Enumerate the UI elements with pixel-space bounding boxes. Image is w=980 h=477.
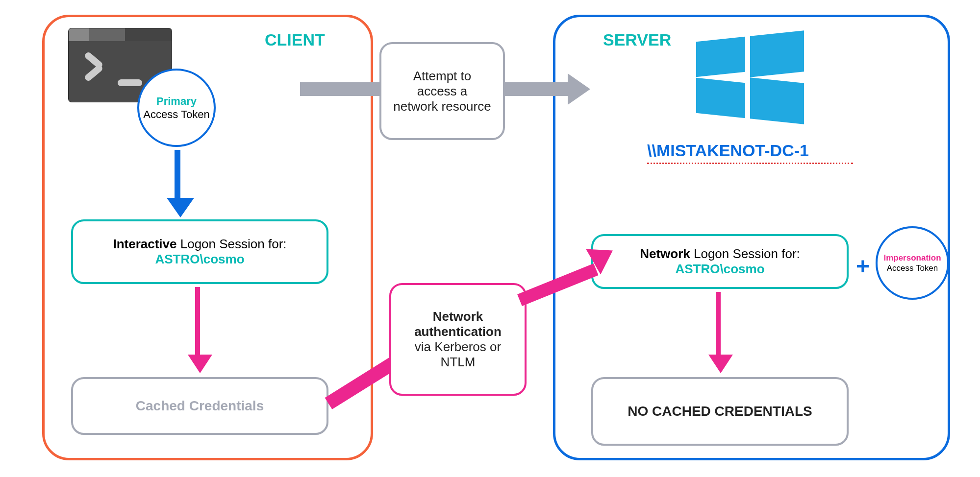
impersonation-word: Impersonation	[883, 253, 941, 263]
server-title: SERVER	[603, 30, 671, 49]
arrow-attempt-right	[505, 82, 569, 96]
server-session-user: ASTRO\cosmo	[675, 262, 764, 277]
server-hostname: \\MISTAKENOT-DC-1	[647, 141, 809, 160]
impersonation-access-token: Impersonation Access Token	[876, 226, 949, 300]
arrow-server-session-to-nocache	[716, 292, 721, 356]
windows-logo-icon	[696, 30, 804, 119]
arrow-session-to-cached	[195, 287, 200, 356]
client-title: CLIENT	[265, 30, 325, 49]
cached-credentials-label: Cached Credentials	[136, 398, 264, 414]
interactive-word: Interactive	[113, 237, 176, 251]
server-logon-session-box: Network Logon Session for: ASTRO\cosmo	[591, 234, 849, 289]
network-auth-box: Network authentication via Kerberos or N…	[389, 283, 527, 396]
server-session-text: Logon Session for:	[690, 246, 800, 261]
client-session-user: ASTRO\cosmo	[155, 252, 244, 266]
arrow-primary-to-session	[175, 150, 180, 199]
arrowhead-primary-to-session	[167, 198, 194, 217]
attempt-text: Attempt to access a network resource	[393, 69, 491, 114]
no-cached-label: NO CACHED CREDENTIALS	[628, 404, 812, 419]
primary-word: Primary	[156, 95, 197, 108]
diagram-canvas: CLIENT Primary Access Token Interactive …	[0, 0, 980, 477]
arrowhead-attempt	[568, 73, 590, 105]
server-hostname-underline	[647, 163, 853, 164]
impersonation-rest: Access Token	[887, 263, 938, 273]
cached-credentials-box: Cached Credentials	[71, 377, 328, 435]
no-cached-credentials-box: NO CACHED CREDENTIALS	[591, 377, 849, 446]
netauth-rest: via Kerberos or NTLM	[403, 339, 513, 370]
arrowhead-server-session-to-nocache	[708, 355, 733, 373]
attempt-access-box: Attempt to access a network resource	[379, 42, 505, 140]
client-logon-session-box: Interactive Logon Session for: ASTRO\cos…	[71, 219, 328, 284]
arrowhead-session-to-cached	[188, 355, 212, 373]
netauth-bold: Network authentication	[403, 309, 513, 339]
network-word: Network	[640, 246, 690, 261]
session-text: Logon Session for:	[177, 237, 287, 251]
arrow-attempt-left	[300, 82, 379, 96]
plus-icon: +	[856, 253, 870, 280]
access-token-label: Access Token	[143, 108, 209, 121]
primary-access-token: Primary Access Token	[137, 69, 216, 147]
